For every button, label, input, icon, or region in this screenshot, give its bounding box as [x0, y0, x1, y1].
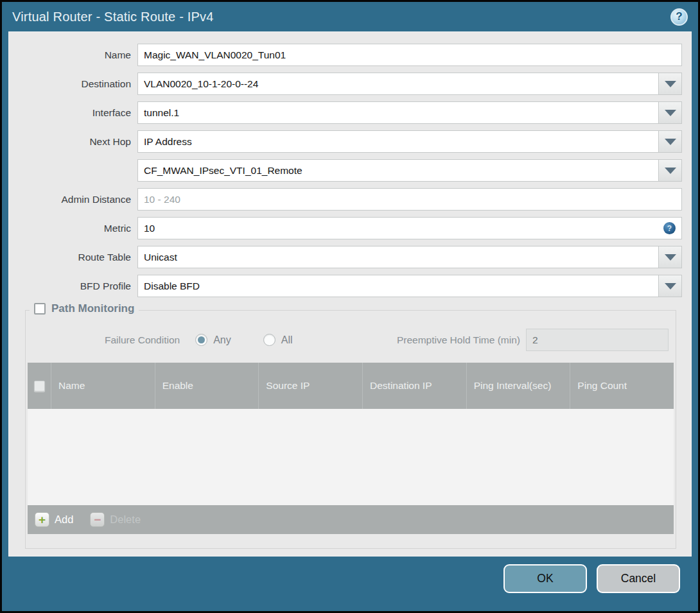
- next-hop-address-dropdown-button[interactable]: [659, 159, 682, 182]
- chevron-down-icon: [665, 283, 676, 289]
- select-all-header-cell: [28, 363, 51, 409]
- metric-row: Metric ?: [9, 217, 682, 239]
- chevron-down-icon: [665, 139, 676, 145]
- path-monitoring-legend: Path Monitoring: [30, 302, 139, 315]
- column-header-destination-ip[interactable]: Destination IP: [363, 363, 467, 409]
- next-hop-address-input[interactable]: [137, 159, 659, 182]
- path-monitoring-checkbox[interactable]: [34, 303, 46, 315]
- dialog-title: Virtual Router - Static Route - IPv4: [12, 10, 670, 24]
- route-table-row: Route Table: [9, 246, 682, 268]
- column-header-name[interactable]: Name: [51, 363, 155, 409]
- destination-label: Destination: [9, 78, 137, 90]
- chevron-down-icon: [665, 254, 676, 261]
- next-hop-row: Next Hop: [9, 130, 682, 153]
- destination-row: Destination: [9, 73, 682, 95]
- bfd-profile-label: BFD Profile: [9, 281, 137, 292]
- admin-distance-row: Admin Distance: [9, 188, 682, 211]
- delete-icon: −: [90, 512, 105, 527]
- admin-distance-input[interactable]: [137, 188, 682, 211]
- info-icon: ?: [663, 222, 676, 234]
- column-header-enable[interactable]: Enable: [155, 363, 259, 409]
- name-input[interactable]: [137, 44, 682, 66]
- interface-row: Interface: [9, 101, 682, 124]
- table-toolbar: + Add − Delete: [28, 505, 674, 534]
- route-table-input[interactable]: [137, 246, 659, 268]
- name-row: Name: [9, 44, 682, 66]
- add-icon: +: [35, 512, 49, 527]
- next-hop-type-dropdown-button[interactable]: [659, 130, 682, 153]
- dialog-footer: OK Cancel: [2, 554, 698, 611]
- column-header-source-ip[interactable]: Source IP: [259, 363, 363, 409]
- add-button[interactable]: + Add: [35, 512, 73, 527]
- failure-condition-any-radio[interactable]: [195, 334, 207, 346]
- path-monitoring-section: Path Monitoring Failure Condition Any Al…: [25, 310, 676, 549]
- name-label: Name: [9, 49, 137, 61]
- failure-condition-all-radio[interactable]: [263, 334, 276, 346]
- delete-button-label: Delete: [110, 514, 141, 526]
- failure-condition-all-label: All: [281, 334, 293, 346]
- path-monitoring-title: Path Monitoring: [51, 302, 134, 315]
- failure-condition-any-label: Any: [213, 334, 231, 346]
- column-header-ping-interval[interactable]: Ping Interval(sec): [467, 363, 571, 409]
- dialog-body: Name Destination Interface: [8, 31, 692, 557]
- preemptive-hold-time-label: Preemptive Hold Time (min): [397, 334, 520, 346]
- route-table-label: Route Table: [9, 252, 137, 263]
- cancel-button[interactable]: Cancel: [597, 564, 680, 593]
- dialog-titlebar: Virtual Router - Static Route - IPv4 ?: [2, 2, 698, 31]
- ok-button[interactable]: OK: [503, 564, 587, 593]
- next-hop-address-row: [9, 159, 682, 182]
- interface-input[interactable]: [137, 101, 659, 124]
- bfd-profile-input[interactable]: [137, 275, 659, 297]
- interface-dropdown-button[interactable]: [659, 101, 682, 124]
- chevron-down-icon: [665, 110, 676, 116]
- destination-dropdown-button[interactable]: [659, 73, 682, 95]
- admin-distance-label: Admin Distance: [9, 194, 137, 205]
- next-hop-label: Next Hop: [9, 136, 137, 148]
- metric-label: Metric: [9, 223, 137, 234]
- path-monitoring-table: Name Enable Source IP Destination IP Pin…: [28, 363, 674, 534]
- chevron-down-icon: [665, 168, 676, 174]
- preemptive-hold-time-group: Preemptive Hold Time (min): [397, 329, 669, 351]
- bfd-profile-dropdown-button[interactable]: [659, 275, 682, 297]
- route-table-dropdown-button[interactable]: [659, 246, 682, 268]
- destination-input[interactable]: [137, 73, 659, 95]
- bfd-profile-row: BFD Profile: [9, 275, 682, 297]
- delete-button[interactable]: − Delete: [90, 512, 141, 527]
- chevron-down-icon: [665, 81, 676, 87]
- select-all-checkbox[interactable]: [34, 381, 45, 392]
- failure-condition-row: Failure Condition Any All Preemptive Hol…: [28, 329, 669, 351]
- metric-input[interactable]: [137, 217, 682, 239]
- failure-condition-label: Failure Condition: [105, 334, 180, 346]
- next-hop-type-input[interactable]: [137, 130, 659, 153]
- column-header-ping-count[interactable]: Ping Count: [570, 363, 674, 409]
- table-body-empty: [28, 409, 674, 505]
- static-route-dialog: Virtual Router - Static Route - IPv4 ? N…: [0, 0, 700, 613]
- interface-label: Interface: [9, 107, 137, 119]
- table-header-row: Name Enable Source IP Destination IP Pin…: [28, 363, 674, 409]
- help-icon[interactable]: ?: [670, 8, 688, 26]
- preemptive-hold-time-input[interactable]: [526, 329, 669, 351]
- add-button-label: Add: [55, 514, 73, 526]
